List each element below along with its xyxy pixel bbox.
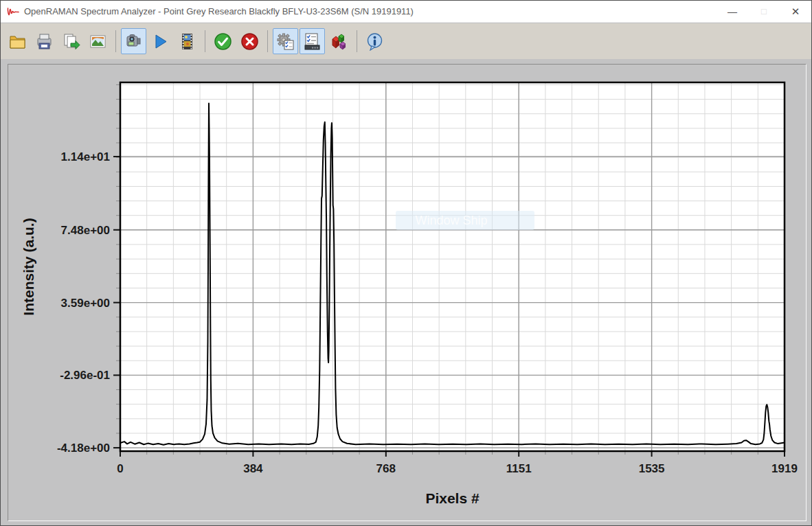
checklist-icon	[303, 32, 322, 51]
toolbar-separator	[267, 30, 268, 52]
watermark-text: Window Ship	[415, 214, 487, 227]
toolbar-separator	[205, 30, 205, 52]
maximize-button[interactable]: □	[748, 1, 780, 22]
app-window: OpenRAMAN Spectrum Analyzer - Point Grey…	[0, 0, 812, 526]
camera-icon	[124, 32, 143, 51]
snapshot-button[interactable]	[85, 28, 111, 54]
y-tick-label: 7.48e+00	[61, 224, 110, 237]
acquisition-settings-button[interactable]	[273, 28, 298, 54]
x-tick-label: 1919	[771, 462, 798, 475]
toolbar	[1, 23, 811, 59]
minimize-button[interactable]: —	[717, 1, 748, 22]
chart-options-button[interactable]	[326, 28, 352, 54]
x-tick-label: 1151	[506, 462, 532, 475]
y-tick-label: -2.96e-01	[60, 369, 110, 382]
toolbar-separator	[115, 30, 116, 52]
cancel-icon	[240, 32, 259, 51]
check-icon	[214, 32, 232, 51]
x-axis-title: Pixels #	[425, 490, 480, 506]
film-icon	[178, 32, 196, 51]
image-icon	[89, 32, 107, 51]
window-title: OpenRAMAN Spectrum Analyzer - Point Grey…	[24, 6, 414, 16]
x-tick-label: 0	[117, 462, 123, 475]
cancel-button[interactable]	[237, 28, 262, 54]
x-tick-label: 768	[376, 462, 396, 475]
processing-settings-button[interactable]	[300, 28, 325, 54]
camera-button[interactable]	[121, 28, 146, 54]
accept-button[interactable]	[210, 28, 236, 54]
chart-cube-icon	[330, 32, 348, 51]
gear-checklist-icon	[276, 32, 295, 51]
y-tick-label: -4.18e+00	[57, 442, 110, 455]
save-button[interactable]	[32, 28, 57, 54]
y-tick-label: 1.14e+01	[61, 150, 110, 163]
play-icon	[151, 32, 170, 51]
folder-icon	[8, 32, 27, 51]
export-icon	[62, 32, 80, 51]
export-button[interactable]	[58, 28, 84, 54]
video-record-button[interactable]	[174, 28, 200, 54]
app-logo-icon	[7, 6, 19, 17]
close-button[interactable]: ✕	[780, 1, 811, 22]
y-axis-title: Intensity (a.u.)	[21, 218, 36, 315]
save-icon	[35, 32, 54, 51]
y-tick-label: 3.59e+00	[61, 297, 110, 310]
open-button[interactable]	[5, 28, 30, 54]
info-icon	[365, 32, 384, 51]
window-controls: — □ ✕	[717, 1, 811, 22]
title-bar: OpenRAMAN Spectrum Analyzer - Point Grey…	[1, 1, 811, 23]
spectrum-chart[interactable]: 03847681151153519191.14e+017.48e+003.59e…	[1, 59, 812, 526]
toolbar-separator	[357, 30, 357, 52]
about-button[interactable]	[362, 28, 387, 54]
x-tick-label: 1535	[639, 462, 665, 475]
play-button[interactable]	[148, 28, 173, 54]
x-tick-label: 384	[243, 462, 263, 475]
